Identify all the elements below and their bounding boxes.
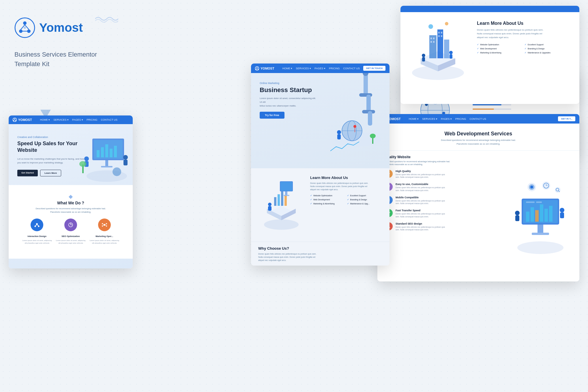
svg-rect-40 bbox=[429, 35, 437, 58]
svg-rect-126 bbox=[549, 206, 553, 222]
svg-point-32 bbox=[106, 223, 107, 224]
svg-point-1 bbox=[23, 21, 27, 25]
browser-menu-left: HOME ▾ SERVICES ▾ PAGES ▾ PRICING CONTAC… bbox=[40, 118, 117, 121]
svg-rect-106 bbox=[268, 206, 271, 211]
service-desc-3: Lorem ipsum dolor sit amet, adipiscingel… bbox=[89, 239, 119, 244]
svg-rect-84 bbox=[366, 95, 371, 112]
learn-more-button[interactable]: Learn More bbox=[40, 170, 61, 176]
svg-point-105 bbox=[268, 203, 271, 206]
feature-speed: Fast Transfer Speed Donec quam felis ult… bbox=[385, 209, 503, 218]
svg-rect-134 bbox=[536, 201, 542, 203]
service-circle-purple bbox=[64, 219, 77, 231]
svg-rect-133 bbox=[526, 201, 535, 203]
svg-rect-123 bbox=[535, 210, 539, 222]
feature-desc-speed: Donec quam felis ultricies nec pellentes… bbox=[396, 212, 445, 218]
svg-point-5 bbox=[13, 118, 17, 122]
browser-header-left: YOMOST HOME ▾ SERVICES ▾ PAGES ▾ PRICING… bbox=[9, 115, 133, 124]
svg-rect-109 bbox=[285, 191, 287, 195]
feature-text-seo: Standard SEO design Donec quam felis ult… bbox=[396, 222, 445, 232]
svg-rect-46 bbox=[433, 41, 435, 43]
page-wrapper: Yomost Business Services ElementorTempla… bbox=[0, 0, 588, 392]
svg-rect-11 bbox=[97, 150, 100, 157]
svg-point-34 bbox=[106, 225, 107, 227]
browser-header-top-right bbox=[400, 6, 579, 12]
about-illustration-center bbox=[258, 176, 304, 234]
svg-point-93 bbox=[337, 130, 341, 134]
service-circle-orange bbox=[98, 219, 111, 231]
service-name-2: SEO Optimization bbox=[61, 235, 80, 238]
quality-section: Quality Website Described questions for … bbox=[377, 151, 579, 262]
svg-point-79 bbox=[256, 69, 257, 70]
feature-desc-customizable: Donec quam felis ultricies nec pellentes… bbox=[396, 186, 445, 192]
card-bottom-right: YOMOST HOME ▾ SERVICES ▾ PAGES ▾ PRICING… bbox=[377, 114, 579, 281]
web-dev-section: Web Development Services Described quest… bbox=[377, 124, 579, 151]
svg-rect-102 bbox=[278, 194, 280, 206]
svg-rect-15 bbox=[114, 146, 117, 157]
about-section-center: Learn More About Us Donec quam felis ult… bbox=[251, 168, 389, 242]
get-in-touch-button-bottom-right[interactable]: GET IN T... bbox=[558, 116, 575, 121]
browser-nav-left: YOMOST HOME ▾ SERVICES ▾ PAGES ▾ PRICING… bbox=[13, 118, 129, 122]
progress-track-1 bbox=[473, 104, 511, 105]
svg-point-96 bbox=[370, 134, 376, 138]
card-top-right: Learn More About Us Donec quam felis ult… bbox=[400, 6, 579, 104]
services-icons: Interaction Design Lorem ipsum dolor sit… bbox=[20, 219, 121, 249]
check-list-center: ✓ Website Optimization ✓ Excellent Suppo… bbox=[310, 194, 382, 205]
about-desc-center: Donec quam felis ultricies nec pellentes… bbox=[310, 182, 382, 191]
get-started-button[interactable]: Get Started bbox=[17, 170, 38, 176]
why-title-center: Why Choose Us? bbox=[258, 246, 382, 251]
svg-point-7 bbox=[14, 120, 14, 121]
card-left-body: Creative and Collaboration Speed Up Sale… bbox=[9, 124, 133, 268]
quality-features-left: High Quality Donec quam felis ultricies … bbox=[385, 170, 503, 257]
feature-customizable: Easy to use, Customizable Donec quam fel… bbox=[385, 183, 503, 192]
svg-point-4 bbox=[24, 27, 26, 29]
svg-point-33 bbox=[102, 225, 103, 227]
get-in-touch-button-center[interactable]: GET IN TOUCH bbox=[363, 66, 385, 71]
svg-rect-104 bbox=[284, 196, 287, 206]
check-item-5: ✓ Marketing & Advertising bbox=[477, 51, 523, 54]
svg-point-28 bbox=[38, 226, 40, 227]
service-desc-2: Lorem ipsum dolor sit amet, adipiscingel… bbox=[56, 239, 85, 244]
svg-rect-41 bbox=[437, 29, 443, 58]
check-item-3: ✓ Web Development bbox=[477, 47, 523, 50]
browser-header-bottom-right: YOMOST HOME ▾ SERVICES ▾ PAGES ▾ PRICING… bbox=[377, 114, 579, 124]
svg-point-30 bbox=[104, 224, 105, 226]
what-we-do-desc: Described questions for recommend advant… bbox=[20, 207, 121, 214]
svg-point-137 bbox=[530, 186, 533, 188]
svg-point-8 bbox=[15, 120, 16, 121]
iso-illustration-top-right bbox=[406, 18, 470, 96]
browser-logo-left: YOMOST bbox=[13, 118, 32, 122]
try-for-free-button[interactable]: Try for Free bbox=[260, 112, 284, 119]
left-panel: Yomost Business Services ElementorTempla… bbox=[0, 0, 127, 392]
browser-header-center: YOMOST HOME ▾ SERVICES ▾ PAGES ▾ PRICING… bbox=[251, 64, 389, 73]
card-left: YOMOST HOME ▾ SERVICES ▾ PAGES ▾ PRICING… bbox=[9, 115, 133, 268]
check-item-4: ✓ Branding & Design bbox=[525, 47, 571, 50]
svg-rect-121 bbox=[526, 212, 529, 222]
card-center: YOMOST HOME ▾ SERVICES ▾ PAGES ▾ PRICING… bbox=[251, 64, 389, 266]
right-panel: Learn More About Us Donec quam felis ult… bbox=[127, 0, 588, 392]
svg-rect-101 bbox=[274, 197, 276, 206]
check-center-2: ✓ Excellent Support bbox=[347, 194, 383, 197]
svg-rect-17 bbox=[101, 166, 113, 167]
feature-text-speed: Fast Transfer Speed Donec quam felis ult… bbox=[396, 209, 445, 218]
card-top-right-body: Learn More About Us Donec quam felis ult… bbox=[400, 12, 579, 102]
svg-rect-128 bbox=[532, 233, 549, 235]
top-right-desc: Donec quam felis ultricies nec pellentes… bbox=[477, 28, 571, 39]
what-we-do-title: What We Do ? bbox=[20, 201, 121, 205]
top-right-title: Learn More About Us bbox=[477, 21, 571, 26]
svg-point-27 bbox=[35, 226, 36, 227]
card-center-body: Online Marketing Business Startup Lorem … bbox=[251, 73, 389, 266]
svg-point-77 bbox=[255, 66, 259, 70]
svg-point-131 bbox=[560, 208, 564, 212]
svg-rect-49 bbox=[438, 35, 440, 37]
svg-rect-54 bbox=[450, 54, 452, 59]
browser-nav-center: YOMOST HOME ▾ SERVICES ▾ PAGES ▾ PRICING… bbox=[255, 66, 385, 71]
svg-rect-125 bbox=[544, 209, 548, 222]
svg-rect-81 bbox=[364, 73, 368, 96]
wave-decoration bbox=[95, 14, 118, 24]
svg-rect-42 bbox=[444, 40, 449, 58]
svg-point-80 bbox=[258, 69, 259, 70]
svg-rect-43 bbox=[430, 38, 432, 39]
feature-mobile: Mobile Compatible Donec quam felis ultri… bbox=[385, 196, 503, 205]
svg-rect-14 bbox=[110, 149, 113, 157]
svg-point-53 bbox=[449, 51, 453, 54]
